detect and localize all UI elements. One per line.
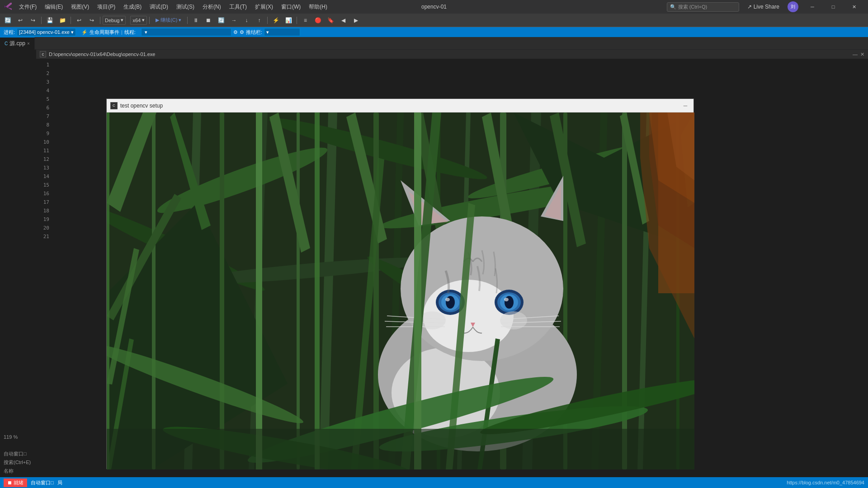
exe-icon: C [40, 51, 46, 57]
sep2 [71, 17, 71, 24]
platform-label: x64 [132, 18, 141, 23]
filter-label: 推结栏: [246, 29, 262, 36]
menu-window[interactable]: 窗口(W) [278, 2, 304, 12]
line-num-15: 15 [36, 181, 52, 189]
maximize-button[interactable]: □ [823, 0, 844, 14]
exe-path: D:\opencv\opencv-01\x64\Debug\opencv-01.… [49, 52, 155, 57]
menu-build[interactable]: 生成(B) [120, 2, 145, 12]
path-close-btn[interactable]: ✕ [860, 52, 864, 57]
perf-btn[interactable]: ⚡ [270, 15, 282, 25]
side-bottom: 119 % 自动窗口□ 搜索(Ctrl+E) 名称 [0, 432, 36, 477]
continue-btn[interactable]: ▶ 继续(C) ▾ [152, 15, 185, 25]
opencv-minimize-btn[interactable]: ─ [681, 101, 690, 110]
tab-icon: C [5, 41, 8, 46]
svg-point-59 [504, 298, 509, 301]
name-label: 名称 [2, 467, 34, 475]
process-dropdown[interactable]: [23484] opencv-01.exe ▾ [17, 28, 76, 36]
line-num-3: 3 [36, 78, 52, 86]
format-btn[interactable]: ≡ [299, 15, 311, 25]
minimize-button[interactable]: ─ [802, 0, 823, 14]
menu-extensions[interactable]: 扩展(X) [251, 2, 277, 12]
sep4 [149, 17, 150, 24]
user-avatar[interactable]: 刘 [788, 1, 798, 12]
line-num-9: 9 [36, 129, 52, 138]
menu-project[interactable]: 项目(P) [94, 2, 119, 12]
menu-bar: 文件(F) 编辑(E) 视图(V) 项目(P) 生成(B) 调试(D) 测试(S… [15, 2, 664, 12]
svg-rect-21 [297, 113, 300, 469]
main-content: 119 % 自动窗口□ 搜索(Ctrl+E) 名称 C test opencv … [0, 50, 868, 477]
pause-btn[interactable]: ⏸ [190, 15, 202, 25]
title-search[interactable]: 🔍 搜索 (Ctrl+Q) [667, 2, 739, 12]
line-num-7: 7 [36, 112, 52, 121]
chevron-down-icon2: ▾ [142, 17, 145, 23]
stop-btn[interactable]: ⏹ [203, 15, 214, 25]
line-num-18: 18 [36, 206, 52, 215]
status-error-btn[interactable]: ⏹ 就绪 [4, 479, 27, 487]
status-label: 就绪 [14, 480, 24, 485]
zoom-label[interactable]: 119 % [2, 433, 34, 441]
filter-icon2: ⚙ [240, 29, 244, 35]
menu-debug[interactable]: 调试(D) [146, 2, 172, 12]
bottom-item1[interactable]: 自动窗口□ [31, 479, 54, 486]
menu-test[interactable]: 测试(S) [173, 2, 198, 12]
undo-btn[interactable]: ↩ [14, 15, 26, 25]
bookmark-btn[interactable]: 🔖 [325, 15, 336, 25]
menu-analyze[interactable]: 分析(N) [199, 2, 225, 12]
open-btn[interactable]: 📁 [57, 15, 68, 25]
menu-tools[interactable]: 工具(T) [226, 2, 250, 12]
process-value: [23484] opencv-01.exe [19, 29, 70, 35]
line-num-1: 1 [36, 61, 52, 69]
line-num-10: 10 [36, 138, 52, 146]
close-button[interactable]: ✕ [844, 0, 864, 14]
line-num-5: 5 [36, 95, 52, 103]
tab-close-btn[interactable]: × [27, 41, 30, 46]
play-icon: ▶ [156, 17, 159, 23]
chevron-down-icon: ▾ [121, 17, 123, 23]
platform-dropdown[interactable]: x64 ▾ [130, 16, 147, 25]
svg-rect-82 [107, 113, 109, 469]
menu-help[interactable]: 帮助(H) [305, 2, 331, 12]
redo2-btn[interactable]: ↪ [86, 15, 98, 25]
svg-rect-80 [315, 113, 320, 469]
cat-scene-svg [107, 113, 694, 469]
step-over-btn[interactable]: → [228, 15, 240, 25]
search-label[interactable]: 搜索(Ctrl+E) [2, 458, 34, 467]
nav-btn1[interactable]: ◀ [337, 15, 349, 25]
breakpt-btn[interactable]: 🔴 [312, 15, 324, 25]
step-out-btn[interactable]: ↑ [253, 15, 265, 25]
auto-window-label[interactable]: 自动窗口□ [2, 450, 34, 458]
bottom-item2[interactable]: 局 [57, 479, 62, 486]
chevron-down-filter: ▾ [266, 29, 269, 35]
svg-rect-81 [414, 113, 421, 469]
tab-source-cpp[interactable]: C 源.cpp × [0, 37, 35, 50]
filter-dropdown[interactable]: ▾ [264, 28, 300, 36]
opencv-titlebar: C test opencv setup ─ [107, 99, 693, 113]
save-btn[interactable]: 💾 [44, 15, 56, 25]
line-num-16: 16 [36, 189, 52, 198]
menu-view[interactable]: 视图(V) [67, 2, 93, 12]
events-sep: | [121, 29, 123, 35]
debug-config-dropdown[interactable]: Debug ▾ [103, 16, 126, 25]
opencv-window: C test opencv setup ─ [106, 99, 694, 469]
line-num-19: 19 [36, 215, 52, 224]
opencv-icon: C [110, 102, 118, 109]
tab-bar: C 源.cpp × [0, 37, 868, 50]
title-bar: 文件(F) 编辑(E) 视图(V) 项目(P) 生成(B) 调试(D) 测试(S… [0, 0, 868, 14]
undo2-btn[interactable]: ↩ [73, 15, 85, 25]
diag-btn[interactable]: 📊 [283, 15, 294, 25]
live-share-button[interactable]: ↗ Live Share [743, 2, 784, 11]
nav-btn2[interactable]: ▶ [350, 15, 362, 25]
line-num-2: 2 [36, 69, 52, 78]
line-num-4: 4 [36, 86, 52, 95]
redo-btn[interactable]: ↪ [27, 15, 39, 25]
filter-icon: ⚙ [233, 29, 238, 35]
menu-edit[interactable]: 编辑(E) [41, 2, 66, 12]
chevron-down-process: ▾ [71, 29, 74, 35]
new-file-btn[interactable]: 🔄 [2, 15, 14, 25]
step-into-btn[interactable]: ↓ [241, 15, 252, 25]
thread-dropdown[interactable]: ▾ [141, 28, 231, 36]
opencv-title: test opencv setup [120, 103, 163, 109]
menu-file[interactable]: 文件(F) [15, 2, 40, 12]
restart-btn[interactable]: 🔄 [215, 15, 227, 25]
path-minimize-btn[interactable]: — [853, 52, 858, 57]
